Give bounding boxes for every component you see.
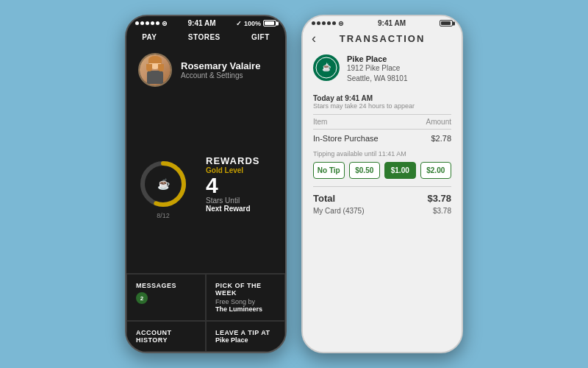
battery-icon-right [440, 20, 453, 26]
total-section: Total $3.78 My Card (4375) $3.78 [303, 187, 462, 218]
status-time-right: 9:41 AM [378, 19, 406, 27]
card-row: My Card (4375) $3.78 [313, 207, 451, 215]
profile-text: Rosemary Valaire Account & Settings [181, 60, 260, 79]
total-amount: $3.78 [427, 193, 451, 204]
rewards-title: REWARDS [206, 155, 259, 166]
status-time: 9:41 AM [187, 19, 215, 27]
transaction-header: ‹ TRANSACTION [303, 29, 462, 49]
rewards-until: Stars Until Next Reward [206, 197, 259, 213]
card-amount: $3.78 [433, 207, 451, 215]
nav-stores[interactable]: STORES [188, 33, 220, 41]
battery-label: 100% [244, 20, 261, 27]
total-row: Total $3.78 [313, 193, 451, 204]
tip-100[interactable]: $1.00 [384, 162, 416, 179]
signal-icon-right [312, 21, 336, 25]
time-text: Today at 9:41 AM [313, 94, 451, 102]
tip-200[interactable]: $2.00 [420, 162, 452, 179]
status-bar-left: ⊜ 9:41 AM ✓ 100% [126, 16, 285, 29]
bluetooth-icon: ✓ [236, 20, 242, 27]
status-left: ⊜ [135, 20, 168, 27]
rewards-info: REWARDS Gold Level 4 Stars Until Next Re… [206, 155, 259, 213]
starbucks-logo: ✦ ☕ [313, 54, 340, 81]
bottom-grid: MESSAGES 2 Pick of the Week Free Song by… [126, 273, 285, 352]
col-amount: Amount [426, 118, 451, 126]
rewards-section: ☕ 8/12 REWARDS Gold Level 4 Stars Until … [126, 94, 285, 273]
tip-no-tip[interactable]: No Tip [313, 162, 345, 179]
nav-bar: PAY STORES GIFT [126, 29, 285, 46]
ring-icon: ☕ [157, 178, 170, 190]
stars-note: Stars may take 24 hours to appear [313, 102, 451, 110]
transaction-title: TRANSACTION [340, 33, 426, 44]
tip-buttons: No Tip $0.50 $1.00 $2.00 [313, 162, 451, 179]
left-phone: ⊜ 9:41 AM ✓ 100% PAY STORES GIFT [125, 15, 287, 353]
avatar [138, 53, 172, 87]
col-item: Item [313, 118, 327, 126]
profile-name: Rosemary Valaire [181, 60, 260, 71]
store-address1: 1912 Pike Place [347, 63, 407, 74]
tip-note: Tipping available until 11:41 AM [313, 150, 451, 158]
messages-badge: 2 [136, 292, 148, 304]
store-name: Pike Place [347, 54, 407, 63]
profile-sub: Account & Settings [181, 71, 260, 79]
time-section: Today at 9:41 AM Stars may take 24 hours… [303, 90, 462, 114]
rewards-count: 4 [206, 174, 259, 197]
wifi-icon-right: ⊜ [338, 20, 344, 27]
back-button[interactable]: ‹ [312, 31, 316, 46]
messages-cell[interactable]: MESSAGES 2 [126, 274, 206, 321]
status-bar-right: ⊜ 9:41 AM [303, 16, 462, 29]
nav-pay[interactable]: PAY [142, 33, 157, 41]
rewards-ring: ☕ 8/12 [138, 159, 188, 209]
battery-icon [263, 20, 276, 26]
ring-progress: 8/12 [157, 212, 170, 219]
profile-section[interactable]: Rosemary Valaire Account & Settings [126, 46, 285, 94]
leave-tip-cell[interactable]: Leave a Tip at Pike Place [206, 321, 285, 352]
nav-gift[interactable]: GIFT [251, 33, 270, 41]
line-item-row: In-Store Purchase $2.78 [303, 130, 462, 147]
item-price: $2.78 [431, 134, 451, 143]
card-label: My Card (4375) [313, 207, 364, 215]
svg-text:☕: ☕ [322, 63, 331, 72]
pick-of-week-cell[interactable]: Pick of the Week Free Song by The Lumine… [206, 274, 285, 321]
status-right: ✓ 100% [236, 20, 276, 27]
item-name: In-Store Purchase [313, 134, 379, 143]
tip-50[interactable]: $0.50 [349, 162, 381, 179]
tip-section: Tipping available until 11:41 AM No Tip … [303, 147, 462, 182]
items-header: Item Amount [303, 115, 462, 129]
signal-icon [135, 21, 159, 25]
store-info: ✦ ☕ Pike Place 1912 Pike Place Seattle, … [303, 49, 462, 90]
account-history-cell[interactable]: ACCOUNT HISTORY [126, 321, 206, 352]
right-phone: ⊜ 9:41 AM ‹ TRANSACTION ✦ ☕ [301, 15, 463, 353]
total-label: Total [313, 193, 335, 204]
store-details: Pike Place 1912 Pike Place Seattle, WA 9… [347, 54, 407, 84]
wifi-icon: ⊜ [162, 20, 168, 27]
store-address2: Seattle, WA 98101 [347, 74, 407, 84]
